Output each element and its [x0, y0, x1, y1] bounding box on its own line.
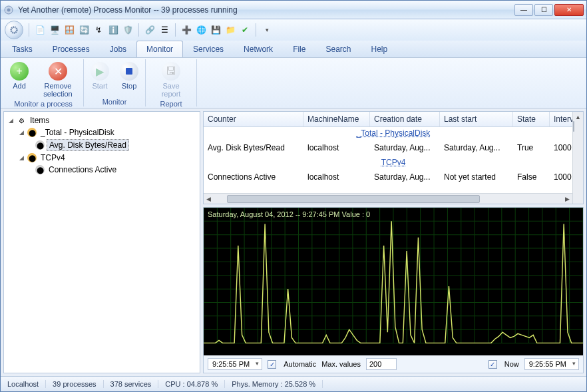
titlebar: Yet Another (remote) Process Monitor -- … — [1, 1, 586, 19]
tree-node-label: _Total - PhysicalDisk — [39, 127, 116, 138]
menu-file[interactable]: File — [283, 41, 315, 57]
save-report-icon: 🖫 — [162, 62, 180, 81]
dropdown-arrow-icon[interactable]: ▾ — [262, 25, 272, 35]
max-values-label: Max. values — [321, 360, 361, 368]
minimize-button[interactable]: — — [514, 4, 533, 16]
globe-icon[interactable]: 🌐 — [196, 25, 206, 35]
grid-group-header[interactable]: TCPv4 — [204, 156, 583, 168]
vertical-scrollbar[interactable]: ▲ — [572, 112, 583, 204]
link-icon[interactable]: 🔗 — [144, 25, 155, 35]
add-icon[interactable]: ➕ — [181, 25, 192, 35]
grid-group-header[interactable]: _Total - PhysicalDisk — [204, 127, 583, 139]
grid-column-header[interactable]: Creation date — [370, 112, 440, 126]
ribbon-group: ▶StartStopMonitor — [84, 59, 146, 106]
monitor-icon[interactable]: 🖥️ — [49, 25, 60, 35]
automatic-checkbox[interactable]: ✓ — [268, 360, 276, 369]
menu-services[interactable]: Services — [183, 41, 234, 57]
counter-grid: CounterMachineNameCreation dateLast star… — [203, 111, 584, 204]
statusbar: Localhost 39 processes 378 services CPU … — [1, 376, 586, 391]
time-range-start[interactable]: 9:25:55 PM — [208, 358, 262, 370]
start-button: ▶Start — [87, 61, 113, 97]
counter-icon: ⬤ — [27, 153, 37, 162]
menubar: TasksProcessesJobsMonitorServicesNetwork… — [1, 41, 586, 58]
add-button[interactable]: +Add — [6, 61, 33, 99]
menu-search[interactable]: Search — [315, 41, 361, 57]
separator — [256, 23, 256, 37]
network-icon[interactable]: ↯ — [93, 25, 104, 35]
tree-node[interactable]: ◢⬤TCPv4 — [7, 152, 197, 164]
collapse-icon[interactable]: ◢ — [17, 154, 25, 161]
scroll-up-icon[interactable]: ▲ — [573, 112, 583, 122]
collapse-icon[interactable]: ◢ — [17, 129, 25, 136]
tree-root-label: Items — [28, 115, 51, 126]
menu-monitor[interactable]: Monitor — [136, 41, 183, 57]
chart-overlay-text: Saturday, August 04, 2012 -- 9:27:45 PM … — [208, 210, 370, 218]
document-icon[interactable]: 📄 — [35, 25, 45, 35]
shield-icon[interactable]: 🛡️ — [122, 25, 133, 35]
menu-processes[interactable]: Processes — [43, 41, 100, 57]
grid-body: _Total - PhysicalDiskAvg. Disk Bytes/Rea… — [204, 127, 583, 203]
metric-icon: ⬤ — [35, 140, 45, 150]
close-button[interactable]: ✕ — [554, 4, 584, 16]
status-memory: Phys. Memory : 25.528 % — [225, 380, 323, 388]
table-row[interactable]: Connections ActivelocalhostSaturday, Aug… — [204, 168, 583, 186]
separator — [138, 23, 139, 37]
refresh-icon[interactable]: 🔄 — [79, 25, 89, 35]
scroll-thumb[interactable] — [227, 195, 480, 203]
tree-root[interactable]: ◢ ⚙ Items — [7, 114, 197, 126]
ribbon-button-label: Remove selection — [39, 82, 77, 98]
maximize-button[interactable]: ☐ — [534, 4, 553, 16]
horizontal-scrollbar[interactable]: ◀ ▶ — [204, 193, 572, 204]
separator — [29, 23, 29, 37]
grid-cell: localhost — [303, 142, 370, 154]
check-icon[interactable]: ✔ — [240, 25, 250, 35]
collapse-icon[interactable]: ◢ — [7, 117, 15, 124]
max-values-input[interactable] — [366, 358, 397, 370]
separator — [175, 23, 176, 37]
status-services: 378 services — [104, 380, 159, 388]
list-icon[interactable]: ☰ — [159, 25, 170, 35]
add-icon: + — [10, 62, 29, 81]
ribbon-group: 🖫Save reportReport — [146, 59, 197, 106]
grid-column-header[interactable]: State — [513, 112, 550, 126]
remove-selection-icon: ✕ — [49, 62, 67, 81]
grid-cell: Connections Active — [204, 171, 303, 183]
grid-header: CounterMachineNameCreation dateLast star… — [204, 112, 583, 127]
app-menu-orb[interactable] — [5, 21, 23, 39]
menu-tasks[interactable]: Tasks — [2, 41, 43, 57]
chart-canvas: Saturday, August 04, 2012 -- 9:27:45 PM … — [204, 208, 583, 355]
ribbon-group-label: Monitor — [102, 97, 127, 106]
ribbon-group-label: Monitor a process — [14, 99, 72, 108]
quick-toolbar: 📄 🖥️ 🪟 🔄 ↯ ℹ️ 🛡️ 🔗 ☰ ➕ 🌐 💾 📁 ✔ ▾ — [1, 19, 586, 41]
folder-icon[interactable]: 📁 — [225, 25, 236, 35]
menu-jobs[interactable]: Jobs — [100, 41, 136, 57]
table-row[interactable]: Avg. Disk Bytes/ReadlocalhostSaturday, A… — [204, 139, 583, 156]
grid-column-header[interactable]: Counter — [204, 112, 303, 126]
stop-button[interactable]: Stop — [116, 61, 142, 97]
scroll-right-icon[interactable]: ▶ — [562, 194, 572, 204]
tree-leaf[interactable]: ⬤Connections Active — [7, 164, 197, 176]
menu-network[interactable]: Network — [234, 41, 283, 57]
grid-column-header[interactable]: MachineName — [303, 112, 370, 126]
now-checkbox[interactable]: ✓ — [489, 360, 497, 369]
window-icon[interactable]: 🪟 — [64, 25, 75, 35]
info-icon[interactable]: ℹ️ — [108, 25, 118, 35]
tree-node[interactable]: ◢⬤_Total - PhysicalDisk — [7, 126, 197, 138]
grid-cell: Avg. Disk Bytes/Read — [204, 142, 303, 154]
remove-selection-button[interactable]: ✕Remove selection — [35, 61, 81, 99]
tree-leaf[interactable]: ⬤Avg. Disk Bytes/Read — [7, 138, 197, 152]
scroll-left-icon[interactable]: ◀ — [204, 194, 214, 204]
tree-leaf-label: Connections Active — [47, 164, 118, 175]
time-range-end[interactable]: 9:25:55 PM — [524, 358, 579, 370]
ribbon-button-label: Save report — [152, 82, 190, 98]
app-icon — [3, 5, 14, 15]
scroll-vthumb[interactable] — [573, 121, 574, 132]
window-title: Yet Another (remote) Process Monitor -- … — [18, 5, 513, 15]
tree-node-label: TCPv4 — [39, 152, 67, 163]
grid-column-header[interactable]: Last start — [440, 112, 513, 126]
ribbon: +Add✕Remove selectionMonitor a process▶S… — [1, 58, 586, 108]
save-icon[interactable]: 💾 — [210, 25, 221, 35]
ribbon-group-label: Report — [160, 99, 182, 108]
menu-help[interactable]: Help — [361, 41, 398, 57]
grid-cell: localhost — [303, 171, 370, 183]
